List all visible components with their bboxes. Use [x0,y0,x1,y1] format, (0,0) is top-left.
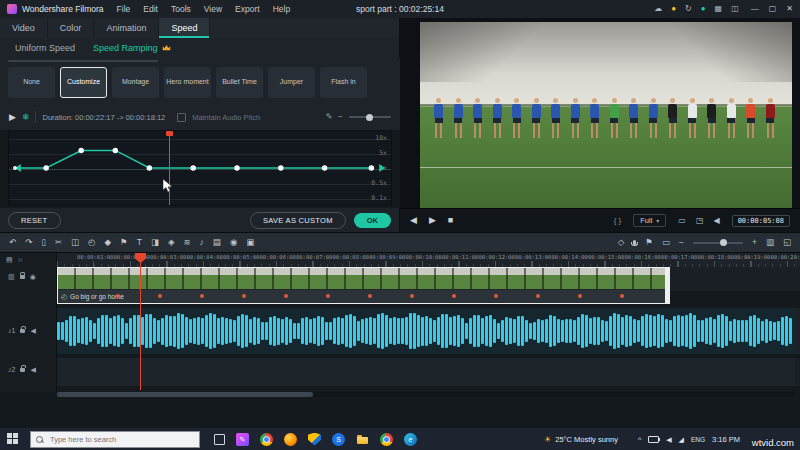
keyframe-dot[interactable] [368,294,372,298]
maintain-pitch-checkbox[interactable] [177,113,186,122]
ok-button[interactable]: OK [354,213,391,228]
tray-expand-icon[interactable]: ^ [638,436,641,443]
graph-playhead-handle[interactable] [166,131,173,136]
minimize-button[interactable]: — [751,5,759,13]
audio-track-2-content[interactable] [57,358,795,386]
close-button[interactable]: ✕ [786,5,793,13]
preset-hero-moment[interactable]: Hero moment [164,67,211,98]
audio-track-1-icon[interactable]: ♪1 [8,327,15,334]
marker-flag-icon[interactable]: ⚑ [645,238,653,247]
video-frame[interactable] [420,22,792,208]
crop-icon[interactable]: ◫ [71,238,79,247]
zoom-fit-icon[interactable]: ▥ [766,238,774,247]
video-clip[interactable]: ◴ Go big or go home [57,267,670,304]
firefox-icon[interactable] [284,433,297,446]
tab-speed[interactable]: Speed [159,18,210,38]
visibility-icon[interactable]: ◉ [30,273,36,280]
keyframe-dot[interactable] [578,294,582,298]
shield-check-icon[interactable]: ◇ [618,238,625,247]
mark-in-out-icons[interactable]: { } [614,216,622,225]
keyframe-dot[interactable] [536,294,540,298]
chrome-icon[interactable] [260,433,273,446]
keyframe-dot[interactable] [494,294,498,298]
timeline-zoom-in-icon[interactable]: + [752,238,757,247]
preset-bullet-time[interactable]: Bullet Time [216,67,263,98]
effects-icon[interactable]: ◈ [168,238,175,247]
lock-icon[interactable] [20,368,25,372]
menu-file[interactable]: File [117,4,131,14]
volume-icon[interactable]: ◀ [30,366,35,373]
audio-track-2-icon[interactable]: ♪2 [8,366,15,373]
curve-point[interactable] [43,165,48,170]
snapshot-icon[interactable]: ▣ [246,238,254,247]
subtab-speed-ramping[interactable]: Speed Ramping [84,38,180,58]
timeline-playhead[interactable] [140,258,141,390]
preset-jumper[interactable]: Jumper [268,67,315,98]
volume-tray-icon[interactable]: ◀ [666,436,671,443]
display-icon[interactable]: ▭ [678,217,686,225]
play-button[interactable]: ▶ [429,216,436,225]
subtab-uniform-speed[interactable]: Uniform Speed [6,38,84,58]
edge-icon[interactable]: e [404,433,417,446]
scrollbar-thumb[interactable] [57,392,313,397]
track-manage-icon[interactable]: ▤ [6,256,13,263]
taskbar-weather[interactable]: ☀ 25°C Mostly sunny [544,435,618,444]
preview-zoom-dropdown[interactable]: Full ▾ [633,214,666,227]
battery-icon[interactable] [648,436,659,443]
text-icon[interactable]: T [137,238,142,247]
taskbar-search[interactable] [30,431,200,448]
keyframe-dot[interactable] [284,294,288,298]
speed-icon[interactable]: ◴ [88,238,95,247]
transition-icon[interactable]: ◨ [151,238,159,247]
stop-button[interactable]: ■ [448,216,453,225]
curve-point[interactable] [234,165,239,170]
menu-export[interactable]: Export [235,4,260,14]
screen-record-icon[interactable]: ▭ [662,238,670,247]
search-input[interactable] [48,434,182,445]
previous-frame-button[interactable]: ◀ [410,216,417,225]
tab-video[interactable]: Video [0,18,48,38]
keyframe-dot[interactable] [116,294,120,298]
timeline-ruler[interactable]: 00:00:01:0000:00:02:0000:00:03:0000:00:0… [57,253,800,267]
network-icon[interactable]: ◢ [679,436,684,443]
presets-scrollbar[interactable] [8,60,158,62]
curve-point[interactable] [147,165,152,170]
task-view-icon[interactable] [214,434,225,445]
defender-icon[interactable] [308,433,321,446]
volume-icon[interactable]: ◀ [30,327,35,334]
taskbar-clock[interactable]: 3:16 PM [712,435,740,444]
cloud-icon[interactable]: ☁ [654,5,662,13]
panel-layout-icon[interactable]: ◱ [783,238,791,247]
menu-view[interactable]: View [204,4,222,14]
menu-help[interactable]: Help [273,4,290,14]
volume-icon[interactable]: ◀ [713,217,719,225]
voiceover-mic-icon[interactable] [633,240,636,245]
account-icon[interactable]: ● [701,5,706,13]
keyframe-dot[interactable] [158,294,162,298]
layout-icon[interactable]: ▦ [715,5,723,13]
keyframe-dot[interactable] [410,294,414,298]
clip-trim-handle[interactable] [665,268,669,303]
preset-montage[interactable]: Montage [112,67,159,98]
start-button[interactable] [7,433,19,445]
freeze-frame-icon[interactable]: ❄ [22,113,30,122]
video-track-icon[interactable]: ▥ [8,273,15,280]
timeline-scrollbar[interactable] [57,392,794,397]
folder-icon[interactable] [356,433,369,446]
lock-icon[interactable] [20,275,25,279]
redo-icon[interactable]: ↷ [25,238,32,247]
pen-app-icon[interactable]: ✎ [236,433,249,446]
tab-color[interactable]: Color [48,18,95,38]
snap-icon[interactable]: ∩ [18,256,23,263]
curve-point[interactable] [190,165,195,170]
keyframe-dot[interactable] [452,294,456,298]
play-ramp-icon[interactable]: ▶ [9,113,16,122]
curve-point[interactable] [78,148,83,153]
curve-point[interactable] [369,165,374,170]
timeline-zoom-slider[interactable] [693,242,743,244]
edit-pen-icon[interactable]: ✎ [326,113,333,121]
marker-icon[interactable]: ⚑ [120,238,128,247]
speed-curve-graph[interactable]: 10x5x1x0.5x0.1x [8,130,392,206]
keyframe-dot[interactable] [242,294,246,298]
undo-icon[interactable]: ↶ [9,238,16,247]
